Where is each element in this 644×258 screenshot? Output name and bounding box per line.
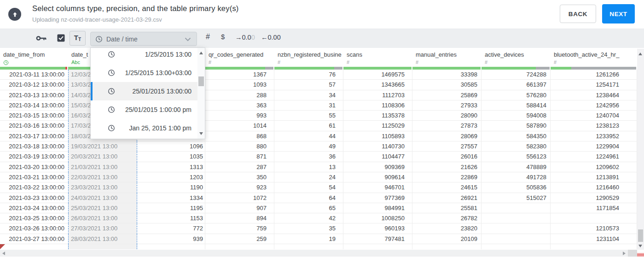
cell[interactable]: 19 bbox=[274, 234, 343, 244]
primary-key-icon[interactable] bbox=[36, 35, 46, 44]
cell[interactable]: 27873 bbox=[412, 121, 482, 131]
column-header-qr_codes_generated[interactable]: qr_codes_generated# bbox=[205, 48, 274, 70]
cell[interactable]: 2021-03-20 13:00:00 bbox=[0, 162, 68, 172]
cell[interactable]: 61 bbox=[274, 121, 343, 131]
cell[interactable]: 993 bbox=[205, 111, 274, 121]
cell[interactable]: 26016 bbox=[412, 152, 482, 162]
cell[interactable]: 76 bbox=[274, 70, 343, 80]
format-option[interactable]: Jan 25, 2015 1:00 pm bbox=[91, 119, 197, 137]
cell[interactable]: 24/03/2021 13:00 bbox=[68, 193, 137, 203]
cell[interactable] bbox=[68, 244, 137, 249]
cell[interactable]: 772 bbox=[137, 223, 205, 234]
cell[interactable]: 907 bbox=[205, 203, 274, 213]
column-header-nzbn_registered_busine[interactable]: nzbn_registered_busine# bbox=[274, 48, 343, 70]
cell[interactable]: 27/03/2021 13:00 bbox=[68, 223, 137, 234]
cell[interactable] bbox=[0, 244, 68, 249]
cell[interactable]: 1313 bbox=[137, 162, 205, 172]
cell[interactable]: 2021-03-19 13:00:00 bbox=[0, 152, 68, 162]
cell[interactable]: 1469575 bbox=[343, 70, 412, 80]
cell[interactable]: 259 bbox=[205, 234, 274, 244]
cell[interactable]: 2021-03-11 13:00:00 bbox=[0, 70, 68, 80]
cell[interactable]: 797481 bbox=[343, 234, 412, 244]
cell[interactable]: 1093 bbox=[205, 80, 274, 90]
cell[interactable]: 33398 bbox=[412, 70, 482, 80]
cell[interactable]: 1008250 bbox=[343, 213, 412, 223]
cell[interactable]: 1231104 bbox=[551, 234, 637, 244]
cell[interactable]: 26782 bbox=[412, 213, 482, 223]
cell[interactable]: 2021-03-27 13:00:00 bbox=[0, 234, 68, 244]
cell[interactable]: 22869 bbox=[412, 172, 482, 182]
cell[interactable]: 1104477 bbox=[343, 152, 412, 162]
cell[interactable]: 55 bbox=[274, 111, 343, 121]
cell[interactable]: 1216460 bbox=[551, 182, 637, 193]
cell[interactable]: 1238123 bbox=[551, 121, 637, 131]
cell[interactable]: 23820 bbox=[412, 223, 482, 234]
cell[interactable]: 1242956 bbox=[551, 100, 637, 111]
cell[interactable]: 1171854 bbox=[551, 203, 637, 213]
cell[interactable]: 2021-03-26 13:00:00 bbox=[0, 223, 68, 234]
cell[interactable]: 1343665 bbox=[343, 80, 412, 90]
cell[interactable]: 505836 bbox=[482, 182, 551, 193]
cell[interactable]: 894 bbox=[205, 213, 274, 223]
cell[interactable]: 491728 bbox=[482, 172, 551, 182]
cell[interactable]: 909369 bbox=[343, 162, 412, 172]
cell[interactable]: 1035 bbox=[137, 152, 205, 162]
cell[interactable]: 1195 bbox=[137, 203, 205, 213]
cell[interactable]: 26921 bbox=[412, 193, 482, 203]
cell[interactable]: 288 bbox=[205, 90, 274, 100]
type-dropdown[interactable]: Date / time bbox=[90, 32, 197, 46]
cell[interactable]: 65 bbox=[274, 203, 343, 213]
scroll-up-icon[interactable] bbox=[638, 53, 642, 55]
cell[interactable]: 25/03/2021 13:00 bbox=[68, 203, 137, 213]
increase-precision-button[interactable]: →0.00 bbox=[235, 34, 255, 41]
cell[interactable]: 25581 bbox=[412, 203, 482, 213]
horizontal-scrollbar[interactable] bbox=[0, 250, 637, 257]
cell[interactable]: 880 bbox=[205, 141, 274, 152]
cell[interactable]: 1238464 bbox=[551, 90, 637, 100]
cell[interactable]: 27933 bbox=[412, 100, 482, 111]
cell[interactable]: 42 bbox=[274, 213, 343, 223]
cell[interactable]: 2021-03-23 13:00:00 bbox=[0, 193, 68, 203]
cell[interactable]: 36 bbox=[274, 152, 343, 162]
cell[interactable]: 21/03/2021 13:00 bbox=[68, 162, 137, 172]
cell[interactable] bbox=[274, 244, 343, 249]
decrease-precision-button[interactable]: ←0.00 bbox=[261, 34, 281, 41]
text-type-button[interactable]: T T bbox=[70, 31, 86, 46]
cell[interactable]: 28069 bbox=[412, 131, 482, 141]
column-header-manual_entries[interactable]: manual_entries# bbox=[412, 48, 482, 70]
cell[interactable]: 1135378 bbox=[343, 111, 412, 121]
cell[interactable]: 1240704 bbox=[551, 111, 637, 121]
cell[interactable]: 1125029 bbox=[343, 121, 412, 131]
cell[interactable]: 24615 bbox=[412, 182, 482, 193]
cell[interactable]: 2021-03-13 13:00:00 bbox=[0, 90, 68, 100]
scroll-down-icon[interactable] bbox=[199, 132, 203, 135]
next-button[interactable]: NEXT bbox=[602, 4, 635, 23]
cell[interactable] bbox=[482, 234, 551, 244]
currency-type-button[interactable]: $ bbox=[221, 33, 225, 41]
cell[interactable]: 2021-03-16 13:00:00 bbox=[0, 121, 68, 131]
cell[interactable]: 54 bbox=[274, 182, 343, 193]
cell[interactable]: 27557 bbox=[412, 141, 482, 152]
cell[interactable]: 1140730 bbox=[343, 141, 412, 152]
cell[interactable]: 2021-03-15 13:00:00 bbox=[0, 111, 68, 121]
cell[interactable]: 1290529 bbox=[551, 193, 637, 203]
cell[interactable]: 350 bbox=[205, 172, 274, 182]
cell[interactable]: 1254171 bbox=[551, 80, 637, 90]
vertical-scrollbar-thumb[interactable] bbox=[638, 229, 643, 242]
cell[interactable]: 28/03/2021 13:00 bbox=[68, 234, 137, 244]
cell[interactable]: 20109 bbox=[412, 234, 482, 244]
cell[interactable]: 946701 bbox=[343, 182, 412, 193]
cell[interactable]: 584350 bbox=[482, 131, 551, 141]
cell[interactable]: 478889 bbox=[482, 162, 551, 172]
cell[interactable]: 661397 bbox=[482, 80, 551, 90]
format-option[interactable]: 25/01/2015 1:00:00 pm bbox=[91, 100, 197, 119]
cell[interactable]: 977369 bbox=[343, 193, 412, 203]
cell[interactable]: 57 bbox=[274, 80, 343, 90]
cell[interactable]: 984991 bbox=[343, 203, 412, 213]
format-option-selected[interactable]: 25/01/2015 13:00:00 bbox=[91, 82, 197, 100]
scroll-up-icon[interactable] bbox=[199, 52, 203, 54]
cell[interactable]: 1112703 bbox=[343, 90, 412, 100]
cell[interactable]: 759 bbox=[205, 223, 274, 234]
vertical-scrollbar[interactable] bbox=[637, 49, 644, 250]
cell[interactable]: 2021-03-21 13:00:00 bbox=[0, 172, 68, 182]
